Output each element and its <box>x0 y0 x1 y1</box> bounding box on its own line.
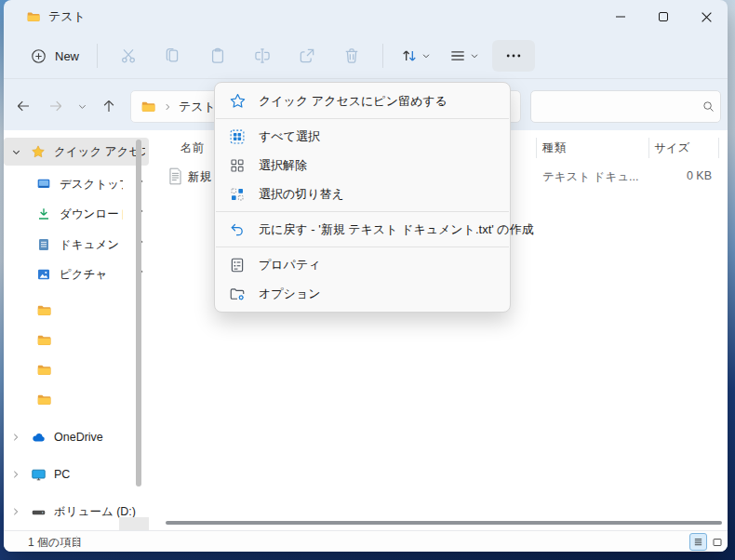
rename-icon <box>253 47 272 65</box>
forward-button[interactable] <box>42 92 70 120</box>
sidebar-item-label: PC <box>54 468 128 481</box>
status-separator <box>76 536 77 548</box>
folder-icon <box>26 9 41 24</box>
sidebar-item-label: ドキュメント <box>60 237 123 253</box>
chevron-down-icon <box>421 50 432 61</box>
menu-item-pin-to-quick-access[interactable]: クイック アクセスにピン留めする <box>215 87 510 115</box>
view-lines-icon <box>448 47 467 65</box>
folder-icon <box>33 332 54 348</box>
column-separator[interactable] <box>536 138 537 158</box>
up-button[interactable] <box>95 92 123 120</box>
details-view-button[interactable] <box>689 533 707 551</box>
search-icon[interactable] <box>696 100 720 113</box>
column-header-size[interactable]: サイズ <box>654 140 689 156</box>
folder-icon <box>33 392 54 407</box>
title-group: テスト <box>26 0 86 33</box>
chevron-right-icon <box>163 102 172 112</box>
copy-button[interactable] <box>154 40 192 72</box>
sidebar-item-label: デスクトップ <box>60 177 123 193</box>
file-size: 0 KB <box>687 169 712 182</box>
chevron-right-icon[interactable] <box>4 507 28 516</box>
breadcrumb-item[interactable]: テスト <box>179 99 216 115</box>
sidebar-item-quick-access[interactable]: クイック アクセス <box>4 138 149 166</box>
sidebar-item-label: クイック アクセス <box>54 144 145 160</box>
menu-item-select-all[interactable]: すべて選択 <box>215 122 510 151</box>
cut-button[interactable] <box>110 40 147 72</box>
item-count: 1 個の項目 <box>28 535 82 551</box>
toolbar-separator <box>97 44 98 68</box>
rename-button[interactable] <box>244 40 281 72</box>
recent-locations-button[interactable] <box>71 92 93 120</box>
menu-divider <box>216 211 509 212</box>
sidebar-item-pc[interactable]: PC <box>4 460 149 488</box>
horizontal-scrollbar[interactable] <box>166 521 722 525</box>
onedrive-cloud-icon <box>28 430 48 446</box>
menu-item-label: すべて選択 <box>259 128 320 145</box>
plus-circle-icon <box>30 47 47 65</box>
view-button[interactable] <box>443 40 486 72</box>
maximize-button[interactable] <box>642 0 685 33</box>
column-header-type[interactable]: 種類 <box>542 140 566 156</box>
menu-item-label: 選択解除 <box>259 157 307 174</box>
menu-item-properties[interactable]: プロパティ <box>215 250 510 279</box>
menu-divider <box>216 118 509 119</box>
file-type: テキスト ドキュ... <box>542 169 638 185</box>
sort-button[interactable] <box>394 40 437 72</box>
sidebar-folder-item[interactable] <box>4 385 149 413</box>
menu-item-label: 元に戻す - '新規 テキスト ドキュメント.txt' の作成 <box>259 221 534 238</box>
new-button[interactable]: New <box>20 40 88 72</box>
column-separator[interactable] <box>648 138 649 158</box>
chevron-down-icon <box>469 50 480 61</box>
sidebar-folder-item[interactable] <box>4 296 149 324</box>
share-icon <box>298 47 316 65</box>
sidebar-folder-item[interactable] <box>4 326 149 353</box>
menu-item-invert-selection[interactable]: 選択の切り替え <box>215 180 510 208</box>
sidebar-item-downloads[interactable]: ダウンロード <box>4 200 149 228</box>
sidebar-horizontal-scrollbar[interactable] <box>119 517 149 530</box>
large-icons-view-button[interactable] <box>708 533 726 551</box>
title-bar[interactable]: テスト <box>4 0 728 33</box>
sidebar-vertical-scrollbar[interactable] <box>136 140 141 487</box>
sidebar-folder-item[interactable] <box>4 355 149 383</box>
undo-icon <box>228 221 247 238</box>
quick-access-star-icon <box>28 144 48 159</box>
menu-item-undo[interactable]: 元に戻す - '新規 テキスト ドキュメント.txt' の作成 <box>215 215 510 244</box>
see-more-button[interactable] <box>492 40 535 72</box>
sidebar-item-label: ピクチャ <box>60 267 123 283</box>
search-input[interactable] <box>531 100 696 113</box>
sidebar-item-label: OneDrive <box>54 431 128 444</box>
paste-button[interactable] <box>199 40 236 72</box>
text-file-icon <box>167 167 183 185</box>
properties-icon <box>228 257 247 273</box>
sidebar-item-desktop[interactable]: デスクトップ <box>4 170 149 198</box>
share-button[interactable] <box>288 40 326 72</box>
sidebar-item-documents[interactable]: ドキュメント <box>4 231 149 259</box>
chevron-right-icon[interactable] <box>4 470 28 479</box>
folder-options-icon <box>228 286 247 302</box>
star-outline-icon <box>228 92 247 110</box>
menu-item-options[interactable]: オプション <box>215 279 510 308</box>
menu-item-deselect[interactable]: 選択解除 <box>215 151 510 180</box>
pictures-icon <box>33 267 54 282</box>
chevron-down-icon[interactable] <box>4 147 28 157</box>
window-title: テスト <box>48 8 86 25</box>
paste-icon <box>208 47 227 65</box>
cut-icon <box>119 47 138 65</box>
sidebar-item-pictures[interactable]: ピクチャ <box>4 260 149 288</box>
desktop-wallpaper: テスト New <box>0 0 735 560</box>
back-button[interactable] <box>9 92 37 120</box>
select-all-icon <box>228 128 247 145</box>
column-separator[interactable] <box>718 138 719 158</box>
menu-divider <box>216 247 509 247</box>
delete-button[interactable] <box>333 40 370 72</box>
chevron-right-icon[interactable] <box>4 433 28 442</box>
sidebar-item-onedrive[interactable]: OneDrive <box>4 423 149 451</box>
desktop-icon <box>33 177 54 192</box>
search-box[interactable] <box>530 90 721 123</box>
column-header-name[interactable]: 名前 <box>180 140 204 156</box>
navigation-pane: クイック アクセス デスクトップ ダウンロード <box>4 130 160 530</box>
close-button[interactable] <box>685 0 728 33</box>
folder-icon <box>33 362 54 378</box>
minimize-button[interactable] <box>599 0 642 33</box>
status-bar: 1 個の項目 <box>4 530 728 552</box>
